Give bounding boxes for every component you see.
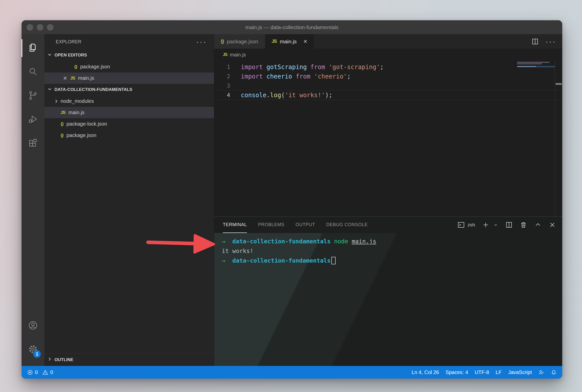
- tab-problems[interactable]: PROBLEMS: [258, 217, 284, 233]
- js-icon: JS: [61, 110, 65, 115]
- minimap-current-line: [517, 66, 555, 67]
- terminal-line: → data-collection-fundamentals: [222, 256, 562, 265]
- status-bar-left: 0 0: [27, 369, 53, 375]
- js-icon: JS: [70, 76, 75, 81]
- feedback-status[interactable]: [538, 369, 544, 375]
- tree-item-package-json[interactable]: {} package.json: [44, 130, 214, 141]
- error-icon: [27, 369, 33, 375]
- outline-section-header[interactable]: OUTLINE: [44, 353, 214, 366]
- chevron-right-icon: [53, 99, 59, 104]
- activity-bar: 1: [22, 34, 44, 366]
- cursor-position-status[interactable]: Ln 4, Col 26: [412, 369, 439, 375]
- outline-label: OUTLINE: [54, 357, 74, 362]
- json-icon: {}: [221, 39, 224, 44]
- line-number: 3: [214, 83, 241, 89]
- chevron-down-icon[interactable]: [493, 221, 498, 229]
- problems-status[interactable]: 0 0: [27, 369, 53, 375]
- status-bar-right: Ln 4, Col 26 Spaces: 4 UTF-8 LF JavaScri…: [412, 369, 557, 375]
- open-editors-label: OPEN EDITORS: [54, 53, 87, 58]
- chevron-right-icon: [47, 356, 52, 363]
- terminal-line: → data-collection-fundamentals node main…: [222, 237, 562, 246]
- account-icon: [28, 320, 38, 331]
- close-editor-icon[interactable]: ✕: [60, 75, 70, 81]
- close-tab-icon[interactable]: ✕: [303, 38, 307, 45]
- error-count: 0: [35, 369, 38, 375]
- search-activity-button[interactable]: [22, 60, 44, 84]
- extensions-activity-button[interactable]: [22, 131, 44, 155]
- sidebar-header: EXPLORER ···: [44, 34, 214, 49]
- kill-terminal-trash-icon[interactable]: [520, 221, 527, 229]
- status-bar: 0 0 Ln 4, Col 26 Spaces: 4 UTF-8 LF Java…: [22, 366, 562, 379]
- code-editor[interactable]: 1 import gotScraping from 'got-scraping'…: [214, 61, 562, 217]
- code-line-4-current: 4 console.log('it works!');: [214, 90, 562, 100]
- open-editors-section-header[interactable]: OPEN EDITORS: [44, 49, 214, 61]
- js-icon: JS: [223, 52, 227, 57]
- minimap[interactable]: [517, 62, 555, 68]
- terminal-line: it works!: [222, 246, 562, 256]
- split-editor-icon[interactable]: [531, 38, 539, 45]
- settings-badge: 1: [33, 350, 41, 358]
- tab-package-json[interactable]: {} package.json: [214, 34, 265, 49]
- settings-button[interactable]: 1: [22, 338, 44, 361]
- tab-label: main.js: [280, 38, 297, 45]
- folder-name-label: DATA-COLLECTION-FUNDAMENTALS: [54, 87, 132, 92]
- tab-label: package.json: [227, 38, 258, 45]
- open-editor-package-json[interactable]: {} package.json: [44, 61, 214, 72]
- shell-selector[interactable]: zsh: [457, 221, 475, 229]
- notifications-status[interactable]: [551, 369, 557, 375]
- maximize-panel-icon[interactable]: [534, 221, 542, 229]
- eol-status[interactable]: LF: [496, 369, 501, 375]
- bottom-panel: TERMINAL PROBLEMS OUTPUT DEBUG CONSOLE z…: [214, 217, 562, 366]
- traffic-lights: [27, 20, 53, 34]
- scrollbar-thumb[interactable]: [556, 83, 562, 85]
- tab-terminal[interactable]: TERMINAL: [223, 217, 247, 233]
- run-debug-activity-button[interactable]: [22, 108, 44, 131]
- shell-name-label: zsh: [467, 222, 475, 228]
- tab-main-js[interactable]: JS main.js ✕: [265, 34, 314, 49]
- vscode-window: main.js — data-collection-fundamentals: [22, 20, 562, 379]
- tree-item-package-lock-json[interactable]: {} package-lock.json: [44, 118, 214, 130]
- chevron-down-icon: [47, 86, 52, 93]
- encoding-status[interactable]: UTF-8: [475, 369, 489, 375]
- tree-item-main-js[interactable]: JS main.js: [44, 107, 214, 118]
- activity-bar-top: [22, 34, 44, 155]
- terminal-output[interactable]: → data-collection-fundamentals node main…: [214, 233, 562, 366]
- close-panel-icon[interactable]: [549, 221, 556, 229]
- feedback-person-icon: [538, 369, 544, 375]
- accounts-button[interactable]: [22, 314, 44, 338]
- tab-output[interactable]: OUTPUT: [296, 217, 315, 233]
- extensions-icon: [28, 138, 38, 149]
- files-icon: [28, 43, 38, 54]
- minimap-border: [555, 61, 555, 217]
- explorer-activity-button[interactable]: [22, 36, 44, 60]
- minimap-line: [517, 62, 550, 63]
- js-icon: JS: [272, 39, 277, 44]
- breadcrumb[interactable]: JS main.js: [214, 49, 562, 61]
- folder-section-header[interactable]: DATA-COLLECTION-FUNDAMENTALS: [44, 84, 214, 95]
- source-control-icon: [28, 90, 38, 101]
- split-terminal-icon[interactable]: [505, 221, 513, 229]
- tree-item-node-modules[interactable]: node_modules: [44, 95, 214, 107]
- panel-actions: zsh: [457, 221, 556, 229]
- editor-tabbar: {} package.json JS main.js ✕ ···: [214, 34, 562, 49]
- line-number: 4: [214, 92, 241, 98]
- minimap-line: [517, 63, 542, 64]
- search-icon: [28, 67, 38, 77]
- code-text: console.log('it works!');: [241, 92, 332, 99]
- minimize-window-button[interactable]: [37, 24, 43, 31]
- tree-item-label: main.js: [68, 110, 84, 115]
- window-title: main.js — data-collection-fundamentals: [245, 24, 339, 30]
- warning-icon: [42, 369, 48, 375]
- open-editor-main-js[interactable]: ✕ JS main.js: [44, 72, 214, 84]
- editor-group: {} package.json JS main.js ✕ ··· JS: [214, 34, 562, 366]
- open-editor-label: package.json: [80, 64, 110, 70]
- language-mode-status[interactable]: JavaScript: [508, 369, 532, 375]
- zoom-window-button[interactable]: [47, 24, 53, 31]
- tab-debug-console[interactable]: DEBUG CONSOLE: [326, 217, 368, 233]
- close-window-button[interactable]: [27, 24, 33, 31]
- titlebar: main.js — data-collection-fundamentals: [22, 20, 562, 34]
- source-control-activity-button[interactable]: [22, 84, 44, 108]
- workbench: 1 EXPLORER ··· OPEN EDITORS {} package.j…: [22, 34, 562, 366]
- indentation-status[interactable]: Spaces: 4: [446, 369, 468, 375]
- new-terminal-icon[interactable]: [482, 221, 489, 229]
